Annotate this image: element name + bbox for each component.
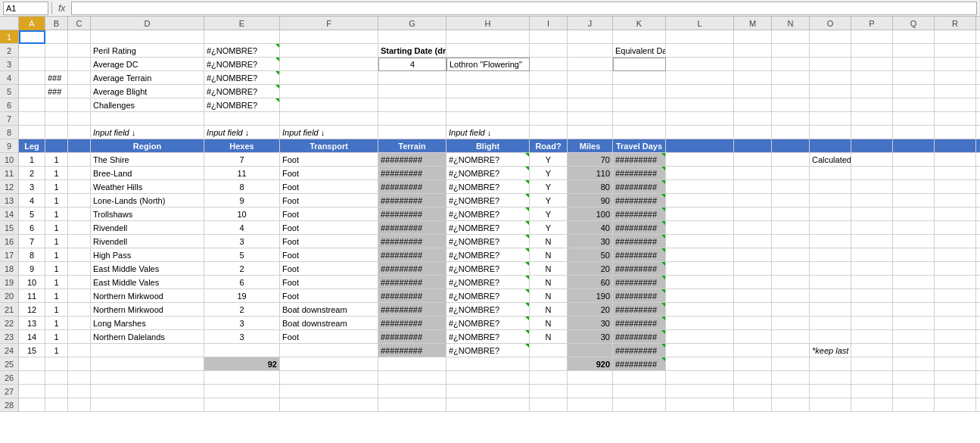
cell-c25[interactable] (68, 357, 91, 371)
cell-l22[interactable] (666, 317, 734, 330)
cell-g25[interactable] (378, 357, 446, 371)
cell-e22[interactable]: 3 (204, 317, 280, 330)
cell-k7[interactable] (613, 112, 666, 126)
cell-k17[interactable]: ######### (613, 248, 666, 262)
cell-m1[interactable] (734, 30, 772, 44)
cell-e20[interactable]: 19 (204, 289, 280, 303)
cell-g15[interactable]: ######### (378, 221, 446, 235)
cell-q5[interactable] (893, 85, 935, 98)
cell-j19[interactable]: 60 (568, 276, 613, 289)
cell-o24[interactable]: *keep last row empty (810, 344, 851, 357)
cell-i15[interactable]: Y (530, 221, 568, 235)
cell-b8[interactable] (45, 126, 68, 139)
cell-o17[interactable] (810, 248, 851, 262)
cell-l17[interactable] (666, 248, 734, 262)
cell-q1[interactable] (893, 30, 935, 44)
cell-k10[interactable]: ######### (613, 153, 666, 167)
cell-g6[interactable] (378, 98, 446, 112)
row-num-6[interactable]: 6 (0, 98, 19, 112)
cell-c5[interactable] (68, 85, 91, 98)
cell-n26[interactable] (772, 371, 810, 385)
cell-i19[interactable]: N (530, 276, 568, 289)
cell-k19[interactable]: ######### (613, 276, 666, 289)
cell-r6[interactable] (935, 98, 976, 112)
cell-o20[interactable] (810, 289, 851, 303)
cell-g18[interactable]: ######### (378, 262, 446, 276)
cell-b19[interactable]: 1 (45, 276, 68, 289)
cell-a9[interactable]: Leg (19, 139, 45, 153)
col-header-r[interactable]: R (935, 17, 976, 30)
cell-j13[interactable]: 90 (568, 194, 613, 207)
cell-q20[interactable] (893, 289, 935, 303)
cell-q13[interactable] (893, 194, 935, 207)
cell-s3[interactable] (976, 58, 980, 71)
cell-e10[interactable]: 7 (204, 153, 280, 167)
cell-o5[interactable] (810, 85, 851, 98)
cell-g10[interactable]: ######### (378, 153, 446, 167)
cell-p11[interactable] (851, 167, 893, 180)
cell-f15[interactable]: Foot (280, 221, 378, 235)
cell-f5[interactable] (280, 85, 378, 98)
cell-m19[interactable] (734, 276, 772, 289)
cell-g3[interactable]: 4 (378, 58, 446, 71)
cell-h1[interactable] (446, 30, 530, 44)
cell-g19[interactable]: ######### (378, 276, 446, 289)
cell-b14[interactable]: 1 (45, 207, 68, 221)
cell-r12[interactable] (935, 180, 976, 194)
cell-d2[interactable]: Peril Rating (91, 44, 204, 58)
cell-e14[interactable]: 10 (204, 207, 280, 221)
cell-l12[interactable] (666, 180, 734, 194)
cell-r2[interactable] (935, 44, 976, 58)
cell-j17[interactable]: 50 (568, 248, 613, 262)
cell-h5[interactable] (446, 85, 530, 98)
cell-f28[interactable] (280, 398, 378, 412)
cell-q15[interactable] (893, 221, 935, 235)
col-header-n[interactable]: N (772, 17, 810, 30)
cell-d15[interactable]: Rivendell (91, 221, 204, 235)
cell-m8[interactable] (734, 126, 772, 139)
cell-j22[interactable]: 30 (568, 317, 613, 330)
cell-e12[interactable]: 8 (204, 180, 280, 194)
cell-m23[interactable] (734, 330, 772, 344)
cell-c10[interactable] (68, 153, 91, 167)
cell-e17[interactable]: 5 (204, 248, 280, 262)
cell-c2[interactable] (68, 44, 91, 58)
cell-p27[interactable] (851, 385, 893, 398)
cell-c22[interactable] (68, 317, 91, 330)
cell-s10[interactable] (976, 153, 980, 167)
cell-n7[interactable] (772, 112, 810, 126)
cell-c26[interactable] (68, 371, 91, 385)
cell-p8[interactable] (851, 126, 893, 139)
cell-i20[interactable]: N (530, 289, 568, 303)
cell-c8[interactable] (68, 126, 91, 139)
col-header-k[interactable]: K (613, 17, 666, 30)
cell-i1[interactable] (530, 30, 568, 44)
col-header-c[interactable]: C (68, 17, 91, 30)
cell-f7[interactable] (280, 112, 378, 126)
row-num-13[interactable]: 13 (0, 194, 19, 207)
cell-b4[interactable]: ### (45, 71, 68, 85)
row-num-10[interactable]: 10 (0, 153, 19, 167)
row-num-8[interactable]: 8 (0, 126, 19, 139)
cell-l7[interactable] (666, 112, 734, 126)
cell-k22[interactable]: ######### (613, 317, 666, 330)
cell-b26[interactable] (45, 371, 68, 385)
cell-g5[interactable] (378, 85, 446, 98)
cell-b2[interactable] (45, 44, 68, 58)
cell-h2[interactable] (446, 44, 530, 58)
cell-a5[interactable] (19, 85, 45, 98)
cell-g4[interactable] (378, 71, 446, 85)
row-num-18[interactable]: 18 (0, 262, 19, 276)
cell-q8[interactable] (893, 126, 935, 139)
cell-o27[interactable] (810, 385, 851, 398)
cell-q10[interactable] (893, 153, 935, 167)
cell-d6[interactable]: Challenges (91, 98, 204, 112)
cell-f2[interactable] (280, 44, 378, 58)
cell-d1[interactable] (91, 30, 204, 44)
cell-a18[interactable]: 9 (19, 262, 45, 276)
cell-b9[interactable] (45, 139, 68, 153)
cell-l24[interactable] (666, 344, 734, 357)
cell-a7[interactable] (19, 112, 45, 126)
cell-c24[interactable] (68, 344, 91, 357)
cell-e4[interactable]: #¿NOMBRE? (204, 71, 280, 85)
